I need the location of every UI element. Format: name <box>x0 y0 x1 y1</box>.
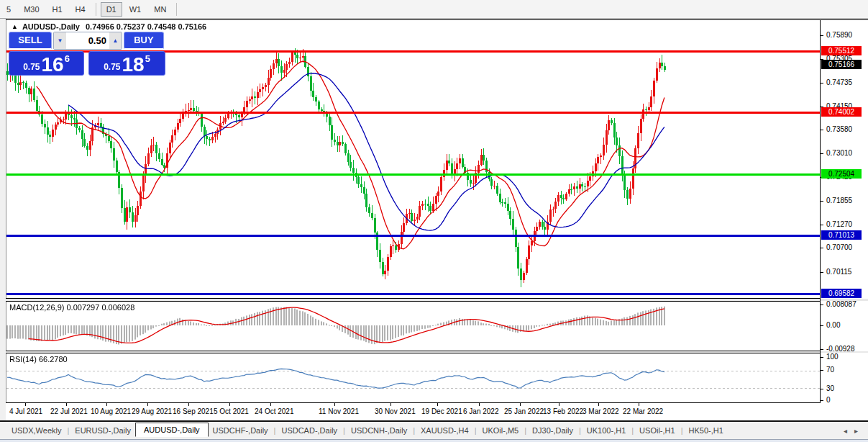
timeframe-button-h1[interactable]: H1 <box>47 2 68 17</box>
symbol-tab-bar: USDX,Weekly|EURUSD-,DailyAUDUSD-,DailyUS… <box>0 422 868 439</box>
volume-decrease-button[interactable]: ▼ <box>54 32 66 49</box>
tab-scroll-left-icon[interactable]: ◂ <box>844 427 847 435</box>
sell-button[interactable]: SELL <box>9 32 52 50</box>
tab-usdcnh-daily[interactable]: USDCNH-,Daily <box>347 424 411 437</box>
sell-price-display[interactable]: 0.75 16 6 <box>9 51 84 76</box>
tab-usdx-weekly[interactable]: USDX,Weekly <box>7 424 65 437</box>
tab-separator: | <box>343 426 345 435</box>
macd-tick-label: -0.00928 <box>826 345 854 353</box>
tab-audusd-daily[interactable]: AUDUSD-,Daily <box>135 423 209 437</box>
tab-scroll-controls: ◂ ▸ <box>844 427 858 435</box>
timeframe-toolbar: 5M30H1H4D1W1MN <box>0 0 868 19</box>
tab-separator: | <box>681 426 683 435</box>
tab-separator: | <box>67 426 69 435</box>
price-tick <box>820 272 823 273</box>
date-tick <box>66 403 67 406</box>
tab-hk50-h1[interactable]: HK50-,H1 <box>684 424 727 437</box>
sell-price-pips: 16 <box>41 55 63 74</box>
date-label: 3 Mar 2022 <box>583 407 619 415</box>
symbol-tabs: USDX,Weekly|EURUSD-,DailyAUDUSD-,DailyUS… <box>7 423 728 438</box>
toolbar-separator <box>96 3 96 16</box>
tab-ukoil-m5[interactable]: UKOil-,M5 <box>478 424 524 437</box>
volume-stepper: ▼ ▲ <box>53 32 122 50</box>
timeframe-button-5[interactable]: 5 <box>1 2 17 17</box>
price-badge: 0.75512 <box>821 46 862 55</box>
date-label: 22 Jul 2021 <box>50 407 88 415</box>
sell-price-base: 0.75 <box>23 62 40 72</box>
price-badge: 0.72504 <box>821 169 862 179</box>
timeframe-button-h4[interactable]: H4 <box>70 2 91 17</box>
price-tick <box>820 35 823 36</box>
tab-eurusd-daily[interactable]: EURUSD-,Daily <box>70 424 135 437</box>
tab-usdchf-daily[interactable]: USDCHF-,Daily <box>209 424 273 437</box>
date-tick <box>270 403 271 406</box>
price-tick-label: 0.71855 <box>826 197 852 204</box>
price-tick-label: 0.71270 <box>826 220 852 228</box>
price-level-line <box>6 173 820 176</box>
buy-price-display[interactable]: 0.75 18 5 <box>88 51 165 76</box>
volume-input[interactable] <box>66 32 109 49</box>
rsi-indicator-chart[interactable] <box>6 353 820 402</box>
status-strip <box>0 439 868 442</box>
macd-tick-label: 0.008087 <box>826 300 856 308</box>
rsi-tick <box>820 357 823 358</box>
timeframe-button-w1[interactable]: W1 <box>124 2 147 17</box>
tab-xauusd-h4[interactable]: XAUUSD-,H4 <box>416 424 473 437</box>
macd-tick-label: 0.00 <box>826 321 840 329</box>
date-label: 13 Feb 2022 <box>543 407 583 415</box>
date-tick <box>520 403 521 406</box>
macd-tick <box>820 305 823 305</box>
chart-title-row: ▲ AUDUSD-,Daily 0.74966 0.75237 0.74548 … <box>12 22 206 31</box>
tab-separator: | <box>413 426 415 435</box>
price-tick-label: 0.75890 <box>826 31 852 39</box>
macd-indicator-label: MACD(12,26,9) 0.007297 0.006028 <box>9 303 134 312</box>
date-tick <box>437 403 438 406</box>
tab-dj30-daily[interactable]: DJ30-,Daily <box>528 424 577 437</box>
date-axis: 4 Jul 202122 Jul 202110 Aug 202129 Aug 2… <box>6 403 868 420</box>
tab-separator: | <box>475 426 477 435</box>
timeframe-button-mn[interactable]: MN <box>148 2 172 17</box>
date-label: 30 Nov 2021 <box>375 407 416 415</box>
date-label: 19 Dec 2021 <box>421 407 462 415</box>
timeframe-button-m30[interactable]: M30 <box>18 2 45 17</box>
price-axis-line <box>820 19 821 403</box>
price-tick-label: 0.70115 <box>826 268 851 276</box>
toolbar-separator <box>176 3 177 16</box>
buy-button[interactable]: BUY <box>124 32 164 50</box>
price-tick <box>820 153 823 154</box>
sell-price-point: 6 <box>65 53 70 64</box>
date-label: 29 Aug 2021 <box>132 407 172 415</box>
expand-arrow-icon[interactable]: ▲ <box>12 23 18 30</box>
rsi-tick-label: 30 <box>826 384 834 392</box>
chevron-down-icon: ▼ <box>57 37 63 44</box>
date-tick <box>229 403 230 406</box>
date-label: 11 Nov 2021 <box>319 407 359 415</box>
timeframe-button-d1[interactable]: D1 <box>101 2 122 17</box>
price-tick <box>820 130 823 130</box>
price-tick <box>820 83 823 84</box>
tab-scroll-right-icon[interactable]: ▸ <box>854 427 858 435</box>
rsi-tick <box>820 389 823 389</box>
date-label: 24 Oct 2021 <box>255 407 293 415</box>
price-tick-label: 0.74735 <box>826 78 852 86</box>
volume-increase-button[interactable]: ▲ <box>109 32 122 49</box>
date-tick <box>25 403 26 406</box>
tab-uk100-h1[interactable]: UK100-,H1 <box>583 424 630 437</box>
date-tick <box>598 403 599 406</box>
date-label: 25 Jan 2022 <box>504 407 544 415</box>
tab-usoil-h1[interactable]: USOil-,H1 <box>635 424 680 437</box>
date-tick <box>479 403 480 406</box>
price-level-line <box>6 293 820 295</box>
rsi-tick <box>820 370 823 371</box>
date-label: 16 Sep 2021 <box>173 407 214 415</box>
tab-separator: | <box>524 426 526 435</box>
date-tick <box>188 403 189 406</box>
rsi-tick-label: 70 <box>826 366 834 374</box>
price-tick <box>820 201 823 202</box>
buy-price-base: 0.75 <box>104 62 120 72</box>
macd-tick <box>820 349 823 350</box>
tab-usdcad-daily[interactable]: USDCAD-,Daily <box>277 424 342 437</box>
date-tick <box>559 403 559 406</box>
tab-separator: | <box>579 426 581 435</box>
price-tick <box>820 248 823 248</box>
